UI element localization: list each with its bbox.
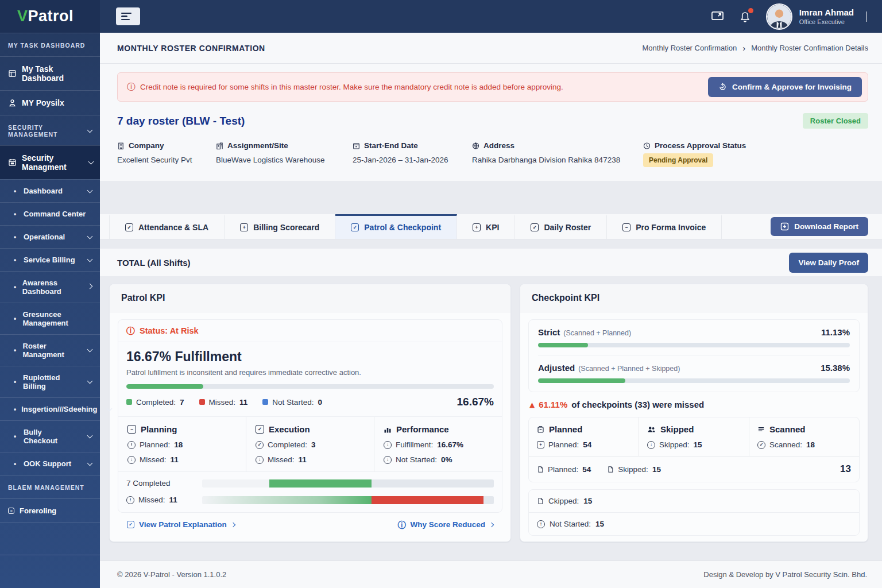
tab-patrol-checkpoint[interactable]: ✓ Patrol & Checkpoint (335, 214, 457, 239)
tab-kpi[interactable]: + KPI (457, 214, 515, 239)
check-square-icon: ✓ (125, 223, 133, 231)
field-label-wrap: Address (472, 141, 628, 150)
alert-message-wrap: ⓘ Credit note is required for some shift… (127, 83, 563, 91)
summary-right-value: 13 (840, 463, 851, 475)
confirm-approve-button[interactable]: Confirm & Approve for Invoising (708, 77, 862, 97)
stat-completed: ✓Completed:3 (256, 440, 365, 449)
chevron-right-icon (489, 522, 494, 527)
column-title: Skipped (660, 424, 694, 434)
screen-share-icon[interactable] (711, 10, 724, 22)
adjusted-score-line: Adjusted (Scanned + Planned + Skipped) 1… (538, 363, 850, 373)
alert-message: Credit note is required for some shifts … (140, 83, 563, 91)
subitem-label: Command Center (24, 210, 86, 218)
sidebar-subitem-grievance-management[interactable]: •Gresuncee Management (0, 303, 100, 334)
notifications-bell-icon[interactable] (739, 10, 751, 22)
company-building-icon (117, 142, 125, 150)
sidebar-subitem-inspection-scheduling[interactable]: •Insgertion///Sdeehing (0, 397, 100, 420)
why-score-reduced-link[interactable]: ⓘ Why Score Reduced (397, 520, 493, 529)
view-patrol-explanation-link[interactable]: ✓ View Patrol Explanation (127, 520, 235, 529)
sidebar-subitem-dashboard[interactable]: •Dashboard (0, 179, 100, 202)
sidebar-subitem-bulk-checkout[interactable]: •Bully Checkout (0, 420, 100, 452)
breadcrumb-parent[interactable]: Monthly Roster Confirmation (643, 44, 737, 52)
tab-billing-scorecard[interactable]: + Billing Scorecard (225, 214, 335, 239)
file-icon (537, 466, 544, 473)
bullet-icon: • (14, 283, 17, 291)
clipboard-icon (537, 425, 544, 434)
divider (538, 355, 850, 355)
sidebar-item-security-managment[interactable]: Security Managment (0, 145, 100, 179)
tab-daily-roster[interactable]: ✓ Daily Roster (515, 214, 607, 239)
adjusted-progress-track (538, 378, 850, 383)
sidebar-subitem-ook-support[interactable]: •OOK Support (0, 452, 100, 475)
green-swatch-icon (126, 399, 132, 405)
download-report-label: Download Report (794, 222, 858, 231)
chevron-down-icon (87, 256, 93, 262)
legend-completed: Completed: 7 (126, 398, 184, 407)
footer-copyright: © 2026 V-Patrol - Version 1.1.0.2 (117, 570, 226, 579)
red-swatch-icon (199, 399, 205, 405)
row-label: Ckipped: (548, 497, 579, 505)
legend-label: Missed: (209, 398, 236, 407)
view-daily-proof-button[interactable]: View Daily Proof (789, 253, 868, 273)
user-menu[interactable]: Imran Ahmad Office Executive (799, 7, 854, 25)
subitem-label: Operational (24, 233, 65, 241)
app-logo[interactable]: VPatrol (0, 0, 100, 33)
info-icon: ⓘ (397, 521, 405, 529)
view-daily-proof-label: View Daily Proof (798, 258, 859, 267)
check-square-icon: ✓ (531, 223, 539, 231)
summary-skipped: Skipped: 15 (607, 465, 661, 474)
sidebar-item-label: MY Poysilx (22, 98, 64, 107)
fulfillment-progress-track (126, 384, 494, 389)
row-value: 15 (595, 520, 604, 528)
fulfillment-legend: Completed: 7 Missed: 11 (126, 396, 494, 408)
stat-value: 11 (171, 455, 179, 464)
user-icon (8, 99, 17, 107)
section-label: BLAEM MANAGEMENT (8, 484, 84, 491)
field-label-wrap: Assignment/Site (216, 141, 338, 150)
patrol-kpi-columns: – Planning !Planned:18 ↓Missed:11 ✓ (118, 416, 502, 471)
stat-planned: !Planned:18 (127, 440, 237, 449)
file-icon (537, 497, 544, 505)
page-content: ⓘ Credit note is required for some shift… (100, 64, 882, 588)
sidebar-subitem-awareness-dashboard[interactable]: •Awarenss Dashboard (0, 271, 100, 303)
sidebar-subitem-service-billing[interactable]: •Service Billing (0, 248, 100, 271)
stat-value: 15 (694, 440, 702, 449)
stat-fulfillment: ↓Fulfillment:16.67% (384, 440, 493, 449)
bullet-icon: • (14, 315, 17, 323)
missed-bar-track (202, 496, 494, 504)
tab-attendance-sla[interactable]: ✓ Attendance & SLA (109, 214, 225, 239)
checkpoint-scores-panel: Strict (Scanned + Planned) 11.13% Adjust… (528, 319, 860, 392)
grid-square-icon: + (537, 441, 544, 448)
checkpoints-missed-note: ▲ 61.11% of checkpoints (33) were missed (529, 400, 858, 409)
missed-text: of checkpoints (33) were missed (571, 400, 704, 409)
sidebar-section-security-management[interactable]: SECURITY MANAGEMENT (0, 115, 100, 145)
column-title: Planned (549, 424, 582, 434)
sidebar-subitem-command-center[interactable]: •Command Center (0, 202, 100, 225)
stat-value: 54 (583, 440, 591, 449)
user-name: Imran Ahmad (799, 7, 854, 17)
field-company: Company Excellent Security Pvt (117, 141, 201, 167)
sidebar-item-foreroling[interactable]: ≡ Foreroling (0, 498, 100, 523)
adjusted-value: 15.38% (821, 363, 850, 373)
strict-score-line: Strict (Scanned + Planned) 11.13% (538, 327, 850, 337)
logo-v: V (17, 7, 28, 25)
stat-value: 15 (652, 465, 661, 474)
hamburger-menu-button[interactable] (116, 7, 140, 25)
warning-triangle-icon: ▲ (529, 401, 535, 409)
user-avatar[interactable] (766, 3, 792, 30)
download-report-button[interactable]: Download Report (771, 217, 868, 236)
sidebar-item-my-task-dashboard[interactable]: My Task Dashboard (0, 56, 100, 90)
clipboard-icon: – (127, 425, 136, 434)
sidebar-subitem-roster-management[interactable]: •Roster Managment (0, 334, 100, 366)
pending-approval-badge: Pending Approval (643, 153, 713, 167)
sidebar-subitem-replotted-billing[interactable]: •Ruplottied Billing (0, 366, 100, 397)
patrol-bars-section: 7 Completed ! (118, 471, 502, 512)
field-label: Address (483, 141, 514, 150)
skipped-row: Ckipped: 15 (529, 490, 859, 512)
sidebar-item-my-payslip[interactable]: MY Poysilx (0, 90, 100, 115)
user-menu-chevron[interactable] (866, 11, 867, 22)
adjusted-sub-label: (Scanned + Planned + Skipped) (578, 365, 680, 373)
tab-pro-forma-invoice[interactable]: – Pro Forma Invoice (607, 214, 722, 239)
sidebar-subitem-operational[interactable]: •Operational (0, 225, 100, 248)
checkpoint-kpi-card: Checkpoint KPI Strict (Scanned + Planned… (520, 284, 868, 542)
